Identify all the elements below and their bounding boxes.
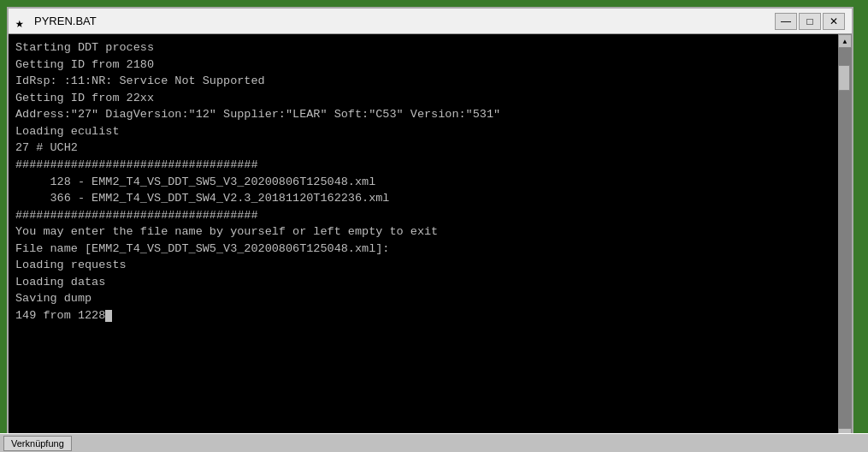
window-controls: — □ ✕ xyxy=(775,13,845,30)
console-line: ################################### xyxy=(15,207,835,224)
minimize-button[interactable]: — xyxy=(775,13,797,30)
console-line: You may enter the file name by yourself … xyxy=(15,223,835,241)
console-line: 128 - EMM2_T4_VS_DDT_SW5_V3_20200806T125… xyxy=(15,174,835,191)
console-line: File name [EMM2_T4_VS_DDT_SW5_V3_2020080… xyxy=(15,241,835,258)
console-line: IdRsp: :11:NR: Service Not Supported xyxy=(15,73,835,90)
console-output: Starting DDT processGetting ID from 2180… xyxy=(9,34,852,442)
console-line: Getting ID from 2180 xyxy=(15,56,835,74)
console-line: Address:"27" DiagVersion:"12" Supplier:"… xyxy=(15,106,835,123)
close-button[interactable]: ✕ xyxy=(823,13,845,30)
title-bar: ★ PYREN.BAT — □ ✕ xyxy=(9,9,852,34)
maximize-button[interactable]: □ xyxy=(799,13,821,30)
cursor xyxy=(105,310,112,322)
taskbar-item[interactable]: Verknüpfung xyxy=(3,436,72,451)
scroll-thumb[interactable] xyxy=(838,65,850,91)
console-line: Loading requests xyxy=(15,257,835,274)
scroll-up-button[interactable]: ▲ xyxy=(838,34,852,48)
window-title: PYREN.BAT xyxy=(34,15,775,27)
window-icon: ★ xyxy=(15,15,29,28)
console-line: Loading datas xyxy=(15,274,835,291)
taskbar: Verknüpfung xyxy=(0,433,868,452)
console-line: Starting DDT process xyxy=(15,39,835,56)
console-window: ★ PYREN.BAT — □ ✕ Starting DDT processGe… xyxy=(7,7,853,443)
console-line: 27 # UCH2 xyxy=(15,140,835,157)
console-line: Loading eculist xyxy=(15,123,835,140)
console-line: 366 - EMM2_T4_VS_DDT_SW4_V2.3_20181120T1… xyxy=(15,190,835,207)
scroll-track xyxy=(838,48,852,428)
console-line: Saving dump xyxy=(15,290,835,307)
console-line: Getting ID from 22xx xyxy=(15,90,835,107)
console-line: 149 from 1228 xyxy=(15,307,835,324)
scrollbar[interactable]: ▲ ▼ xyxy=(838,34,852,442)
console-line: ################################### xyxy=(15,157,835,174)
